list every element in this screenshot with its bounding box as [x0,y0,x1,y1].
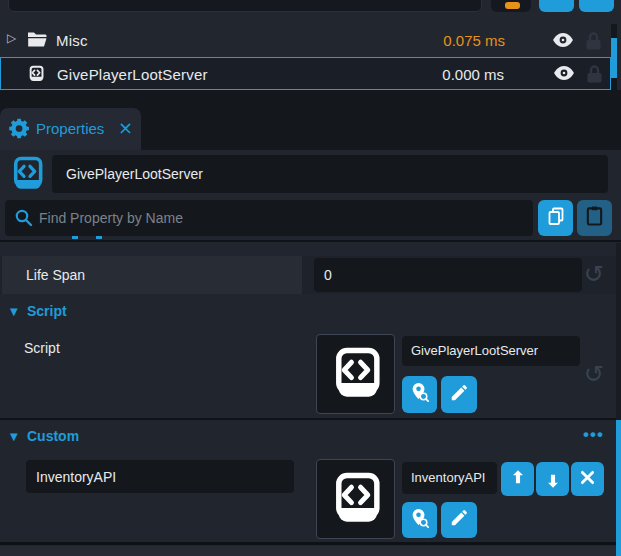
hierarchy-panel: ▷ Misc 0.075 ms [0,0,621,90]
folder-icon [27,31,47,52]
property-label: Life Span [26,256,85,294]
script-icon [27,65,45,87]
map-pin-search-icon [408,381,431,408]
hierarchy-row-misc[interactable]: ▷ Misc 0.075 ms [0,24,611,57]
divider [0,542,621,545]
move-down-button[interactable] [536,462,569,496]
lock-icon[interactable] [586,64,603,87]
panel-bottom-strip [0,546,621,556]
edit-script-button[interactable] [441,502,477,538]
divider [0,418,621,420]
tab-properties[interactable]: Properties × [0,108,141,150]
custom-property-name-input[interactable] [26,460,294,493]
scrolled-text-sliver [96,236,102,239]
map-pin-search-icon [408,507,431,534]
custom-asset-name[interactable]: InventoryAPI [402,462,497,494]
divider [0,240,621,242]
copy-icon [546,206,566,230]
hierarchy-filter-button[interactable] [491,0,531,12]
remove-property-button[interactable] [571,462,604,496]
paste-properties-button[interactable] [577,200,612,236]
expand-caret-icon[interactable]: ▷ [7,32,16,44]
property-search-input[interactable] [5,200,533,236]
close-icon[interactable]: × [118,108,133,148]
property-label-cell: Life Span [2,256,302,294]
pencil-icon [449,383,469,407]
clipboard-paste-icon [585,205,604,231]
close-x-icon [579,469,596,490]
object-name-input[interactable] [52,155,608,193]
tab-title: Properties [36,108,104,150]
lock-icon[interactable] [585,31,602,54]
custom-asset-thumbnail[interactable] [316,459,395,539]
reset-icon[interactable]: ↺ [584,362,604,386]
script-row-label: Script [24,340,60,356]
locate-asset-button[interactable] [402,376,437,413]
visibility-eye-icon[interactable] [552,32,574,52]
section-collapse-icon[interactable]: ▼ [10,307,18,317]
section-title-script[interactable]: Script [27,303,67,319]
editor-screen: ▷ Misc 0.075 ms [0,0,621,556]
hierarchy-search-input[interactable] [8,0,482,12]
properties-panel: Life Span ↺ ▼ Script Script GivePlayerLo… [0,150,621,556]
search-icon [14,208,33,231]
overflow-menu-icon[interactable]: ••• [583,426,604,443]
edit-script-button[interactable] [441,376,477,413]
reset-icon[interactable]: ↺ [584,262,604,286]
toolbar-blue-button-2[interactable] [579,0,614,12]
properties-scrollbar-thumb[interactable] [616,420,621,556]
pencil-icon [449,508,469,532]
toolbar-blue-button-1[interactable] [539,0,574,12]
hierarchy-scrollbar-thumb[interactable] [611,38,617,78]
script-asset-icon [8,154,46,198]
performance-time: 0.000 ms [442,58,504,91]
script-asset-name[interactable]: GivePlayerLootServer [402,336,580,366]
scrolled-text-sliver [72,236,78,239]
arrow-down-icon [544,468,562,490]
script-asset-thumbnail[interactable] [316,334,395,414]
performance-time: 0.075 ms [443,24,505,57]
settings-gear-icon [9,118,30,143]
filter-icon [505,2,520,9]
hierarchy-row-giveplayerlootserver[interactable]: GivePlayerLootServer 0.000 ms [0,57,611,90]
hierarchy-item-label: GivePlayerLootServer [57,58,208,91]
life-span-input[interactable] [314,258,582,292]
hierarchy-item-label: Misc [56,24,88,57]
section-title-custom[interactable]: Custom [27,428,79,444]
section-collapse-icon[interactable]: ▼ [10,432,18,442]
locate-asset-button[interactable] [402,502,437,538]
arrow-up-icon [509,468,527,490]
copy-properties-button[interactable] [538,200,573,236]
move-up-button[interactable] [501,462,534,496]
visibility-eye-icon[interactable] [553,65,575,85]
